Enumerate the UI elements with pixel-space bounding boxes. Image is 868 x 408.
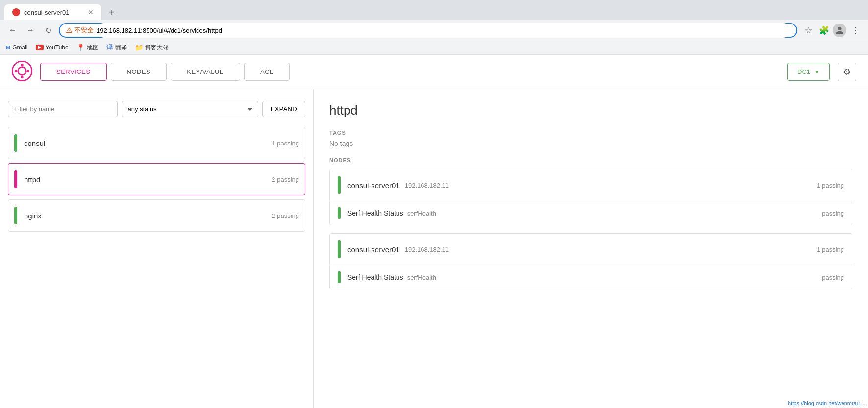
chevron-down-icon: ▼ bbox=[814, 69, 819, 75]
check-type-1: serfHealth bbox=[407, 210, 436, 217]
svg-point-5 bbox=[27, 70, 29, 72]
main-content: any status passing warning critical EXPA… bbox=[0, 89, 868, 408]
top-nav: SERVICES NODES KEY/VALUE ACL DC1 ▼ ⚙ bbox=[0, 55, 868, 89]
bookmark-folder-label: 博客大佬 bbox=[145, 44, 169, 52]
status-select[interactable]: any status passing warning critical bbox=[122, 101, 258, 117]
node-header-2: consul-server01 192.168.182.11 1 passing bbox=[330, 234, 852, 265]
tab-close[interactable]: ✕ bbox=[88, 8, 94, 16]
check-status-bar-2 bbox=[338, 271, 341, 283]
star-button[interactable]: ☆ bbox=[801, 24, 815, 37]
app: SERVICES NODES KEY/VALUE ACL DC1 ▼ ⚙ any… bbox=[0, 55, 868, 408]
menu-button[interactable]: ⋮ bbox=[848, 24, 862, 37]
node-card-2: consul-server01 192.168.182.11 1 passing… bbox=[329, 233, 852, 289]
node-passing-1: 1 passing bbox=[817, 182, 844, 189]
service-passing: 2 passing bbox=[272, 176, 299, 183]
reload-button[interactable]: ↻ bbox=[41, 24, 55, 37]
bookmark-maps-label: 地图 bbox=[87, 44, 99, 52]
service-passing: 2 passing bbox=[272, 212, 299, 219]
nodes-label: NODES bbox=[329, 157, 852, 163]
security-warning: 不安全 bbox=[66, 26, 94, 35]
service-item-consul[interactable]: consul 1 passing bbox=[8, 127, 305, 159]
check-status-1: passing bbox=[822, 210, 844, 217]
check-name-1: Serf Health Status bbox=[347, 209, 403, 217]
expand-button[interactable]: EXPAND bbox=[262, 101, 305, 117]
filter-input[interactable] bbox=[8, 101, 118, 117]
service-title: httpd bbox=[329, 103, 852, 118]
filter-bar: any status passing warning critical EXPA… bbox=[8, 101, 305, 117]
tab-keyvalue[interactable]: KEY/VALUE bbox=[171, 63, 240, 81]
tags-label: TAGS bbox=[329, 130, 852, 136]
service-status-bar-active bbox=[14, 170, 17, 188]
settings-icon: ⚙ bbox=[843, 67, 851, 77]
service-list: consul 1 passing httpd 2 passing nginx 2… bbox=[8, 127, 305, 232]
youtube-icon bbox=[36, 45, 44, 50]
service-item-httpd[interactable]: httpd 2 passing bbox=[8, 163, 305, 195]
service-name: nginx bbox=[24, 212, 272, 220]
service-status-bar bbox=[14, 207, 17, 224]
folder-icon: 📁 bbox=[135, 44, 143, 51]
service-item-nginx[interactable]: nginx 2 passing bbox=[8, 199, 305, 232]
no-tags-text: No tags bbox=[329, 140, 852, 147]
node-ip-1: 192.168.182.11 bbox=[405, 182, 449, 189]
footer-url: https://blog.csdn.net/wenmrau... bbox=[788, 400, 864, 406]
consul-logo bbox=[12, 61, 32, 83]
service-status-bar bbox=[14, 134, 17, 152]
node-status-bar-2 bbox=[338, 240, 341, 258]
node-name-1: consul-server01 bbox=[347, 181, 400, 190]
node-check-row-2: Serf Health Status serfHealth passing bbox=[330, 265, 852, 289]
check-status-2: passing bbox=[822, 274, 844, 281]
dc-selector-label: DC1 bbox=[797, 68, 810, 75]
tab-services[interactable]: SERVICES bbox=[40, 63, 107, 81]
check-name-2: Serf Health Status bbox=[347, 273, 403, 281]
check-status-bar-1 bbox=[338, 207, 341, 219]
node-status-bar-1 bbox=[338, 176, 341, 194]
browser-toolbar: ← → ↻ 不安全 ☆ 🧩 ⋮ bbox=[0, 20, 868, 41]
bookmark-youtube[interactable]: YouTube bbox=[36, 44, 69, 51]
node-passing-2: 1 passing bbox=[817, 246, 844, 253]
status-footer: https://blog.csdn.net/wenmrau... bbox=[784, 398, 868, 408]
bookmark-gmail-label: Gmail bbox=[12, 44, 27, 51]
toolbar-icons: ☆ 🧩 ⋮ bbox=[801, 24, 862, 37]
dc-selector[interactable]: DC1 ▼ bbox=[787, 63, 830, 81]
bookmark-maps[interactable]: 📍 地图 bbox=[76, 44, 99, 52]
node-check-row-1: Serf Health Status serfHealth passing bbox=[330, 201, 852, 225]
bookmark-translate-label: 翻译 bbox=[115, 44, 127, 52]
bookmark-translate[interactable]: 译 翻译 bbox=[106, 43, 127, 52]
node-ip-2: 192.168.182.11 bbox=[405, 246, 449, 253]
tab-acl[interactable]: ACL bbox=[244, 63, 290, 81]
service-passing: 1 passing bbox=[272, 140, 299, 147]
extensions-button[interactable]: 🧩 bbox=[817, 24, 831, 37]
tab-title: consul-server01 bbox=[24, 9, 70, 16]
new-tab-button[interactable]: + bbox=[104, 4, 120, 20]
address-bar[interactable] bbox=[97, 23, 791, 38]
detail-panel: httpd TAGS No tags NODES consul-server01… bbox=[314, 89, 868, 408]
node-header-1: consul-server01 192.168.182.11 1 passing bbox=[330, 169, 852, 201]
gmail-icon: M bbox=[6, 45, 10, 50]
tab-bar: consul-server01 ✕ + bbox=[0, 0, 868, 20]
svg-point-3 bbox=[21, 76, 23, 78]
nav-tabs: SERVICES NODES KEY/VALUE ACL bbox=[40, 63, 779, 81]
tab-nodes[interactable]: NODES bbox=[111, 63, 167, 81]
back-button[interactable]: ← bbox=[6, 24, 20, 37]
service-name: httpd bbox=[24, 175, 272, 184]
bookmark-folder[interactable]: 📁 博客大佬 bbox=[135, 44, 169, 52]
node-card-1: consul-server01 192.168.182.11 1 passing… bbox=[329, 169, 852, 225]
forward-button[interactable]: → bbox=[24, 24, 37, 37]
svg-point-1 bbox=[18, 67, 26, 75]
sidebar: any status passing warning critical EXPA… bbox=[0, 89, 314, 408]
check-type-2: serfHealth bbox=[407, 274, 436, 281]
svg-point-2 bbox=[21, 64, 23, 66]
browser-chrome: consul-server01 ✕ + ← → ↻ 不安全 ☆ 🧩 ⋮ M bbox=[0, 0, 868, 55]
svg-point-4 bbox=[15, 70, 17, 72]
node-name-2: consul-server01 bbox=[347, 245, 400, 254]
bookmark-gmail[interactable]: M Gmail bbox=[6, 44, 28, 51]
maps-icon: 📍 bbox=[76, 44, 85, 51]
bookmarks-bar: M Gmail YouTube 📍 地图 译 翻译 📁 博客大佬 bbox=[0, 41, 868, 54]
tab-favicon bbox=[12, 8, 20, 16]
bookmark-youtube-label: YouTube bbox=[46, 44, 69, 51]
profile-button[interactable] bbox=[833, 24, 846, 37]
translate-icon: 译 bbox=[106, 43, 113, 52]
browser-tab[interactable]: consul-server01 ✕ bbox=[4, 4, 102, 20]
settings-button[interactable]: ⚙ bbox=[838, 63, 856, 81]
service-name: consul bbox=[24, 139, 272, 147]
